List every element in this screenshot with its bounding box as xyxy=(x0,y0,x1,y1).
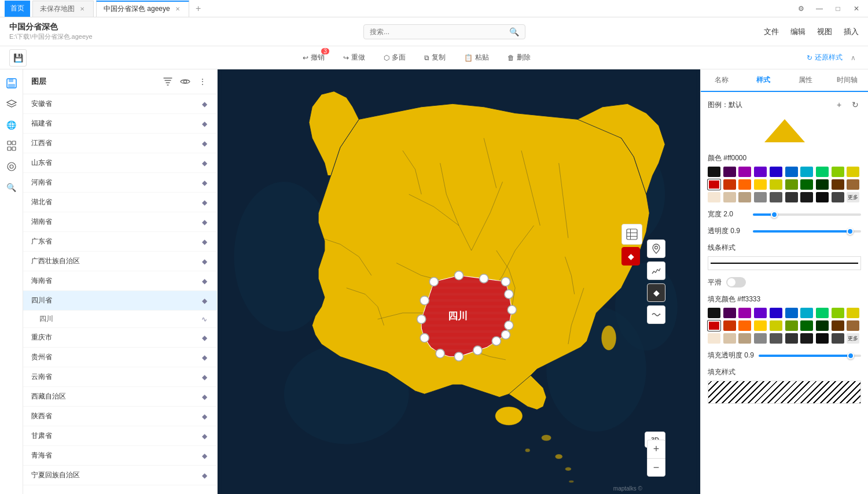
fill-color-yellow[interactable] xyxy=(847,308,859,318)
add-tab-button[interactable]: + xyxy=(192,2,205,16)
tools-sidebar-button[interactable] xyxy=(2,157,21,176)
unsaved-map-tab[interactable]: 未保存地图 ✕ xyxy=(32,1,94,17)
diamond-tool-button[interactable]: ◆ xyxy=(647,283,665,302)
color-cream[interactable] xyxy=(708,192,720,202)
fill-color-black[interactable] xyxy=(708,308,720,318)
fill-color-lime[interactable] xyxy=(832,308,844,318)
map-area[interactable]: 四川 xyxy=(218,69,700,494)
color-orange[interactable] xyxy=(738,179,751,190)
paste-button[interactable]: 📋 粘贴 xyxy=(459,50,494,65)
color-dark-green[interactable] xyxy=(800,179,813,190)
color-brown[interactable] xyxy=(832,179,844,190)
save-sidebar-button[interactable] xyxy=(2,74,21,93)
color-lime[interactable] xyxy=(832,167,844,177)
layer-item[interactable]: 西藏自治区◆ xyxy=(23,387,217,407)
layer-item[interactable]: 江西省◆ xyxy=(23,134,217,153)
save-button[interactable]: 💾 xyxy=(9,49,27,67)
layer-item[interactable]: 陕西省◆ xyxy=(23,407,217,426)
layer-item[interactable]: 湖南省◆ xyxy=(23,212,217,232)
color-teal[interactable] xyxy=(816,167,829,177)
color-dark-purple[interactable] xyxy=(723,167,736,177)
close-tab1[interactable]: ✕ xyxy=(78,5,86,13)
fill-neutral-charcoal[interactable] xyxy=(785,333,798,344)
fill-color-teal[interactable] xyxy=(816,308,829,318)
layer-item[interactable]: 宁夏回族自治区◆ xyxy=(23,466,217,485)
undo-button[interactable]: ↩ 撤销 3 xyxy=(298,50,329,65)
color-black[interactable] xyxy=(708,167,720,177)
layer-item[interactable]: 甘肃省◆ xyxy=(23,426,217,446)
active-map-tab[interactable]: 中国分省深色 ageeye ✕ xyxy=(96,1,189,17)
insert-menu[interactable]: 插入 xyxy=(844,27,859,37)
color-forest[interactable] xyxy=(816,179,829,190)
close-tab2[interactable]: ✕ xyxy=(174,5,182,13)
fill-color-olive[interactable] xyxy=(785,320,798,331)
layer-item[interactable]: 福建省◆ xyxy=(23,114,217,134)
color-olive[interactable] xyxy=(785,179,798,190)
fill-neutral-nblack[interactable] xyxy=(800,333,813,344)
fill-neutral-dgray[interactable] xyxy=(770,333,782,344)
layer-item[interactable]: 山东省◆ xyxy=(23,153,217,173)
fill-opacity-slider[interactable] xyxy=(759,355,861,357)
color-gray[interactable] xyxy=(754,192,767,202)
more-icon[interactable]: ⋮ xyxy=(196,75,209,88)
color-khaki[interactable] xyxy=(738,192,751,202)
close-button[interactable]: ✕ xyxy=(849,2,863,16)
red-marker-button[interactable]: ◆ xyxy=(621,247,640,266)
tab-style[interactable]: 样式 xyxy=(742,69,784,92)
more-colors-button[interactable]: 更多 xyxy=(847,192,859,202)
color-tan[interactable] xyxy=(847,179,859,190)
search-box[interactable]: 🔍 xyxy=(363,24,525,39)
color-yellow2[interactable] xyxy=(770,179,782,190)
fill-color-cyan[interactable] xyxy=(800,308,813,318)
view-menu[interactable]: 视图 xyxy=(817,27,832,37)
layer-item[interactable]: 云南省◆ xyxy=(23,367,217,387)
legend-add-button[interactable]: + xyxy=(833,99,845,110)
home-tab[interactable]: 首页 xyxy=(5,1,30,17)
zoom-in-button[interactable]: + xyxy=(647,440,665,458)
basemap-button[interactable] xyxy=(621,224,642,245)
fill-color-dgreen[interactable] xyxy=(800,320,813,331)
color-blue[interactable] xyxy=(785,167,798,177)
fill-neutral-cream[interactable] xyxy=(708,333,720,344)
layer-item[interactable]: 重庆市◆ xyxy=(23,328,217,348)
fill-neutral-gray[interactable] xyxy=(754,333,767,344)
tab-timeline[interactable]: 时间轴 xyxy=(826,69,868,92)
layer-item[interactable]: 广西壮族自治区◆ xyxy=(23,252,217,271)
tab-properties[interactable]: 属性 xyxy=(785,69,826,92)
layer-item[interactable]: 湖北省◆ xyxy=(23,193,217,212)
color-gray2[interactable] xyxy=(832,192,844,202)
color-almost-black[interactable] xyxy=(816,192,829,202)
settings-button[interactable]: ⚙ xyxy=(794,2,808,16)
legend-refresh-button[interactable]: ↻ xyxy=(849,99,861,110)
fill-neutral-khaki[interactable] xyxy=(738,333,751,344)
search-input[interactable] xyxy=(370,28,509,36)
fill-color-tan[interactable] xyxy=(847,320,859,331)
fill-more-colors-button[interactable]: 更多 xyxy=(847,333,859,344)
width-slider[interactable] xyxy=(753,213,861,216)
fill-color-dpurple[interactable] xyxy=(723,308,736,318)
fill-color-yellow2[interactable] xyxy=(770,320,782,331)
fill-color-dorange[interactable] xyxy=(723,320,736,331)
symbol-sidebar-button[interactable] xyxy=(2,137,21,155)
restore-style-button[interactable]: ↻ 还原样式 xyxy=(807,53,843,62)
fill-color-brown[interactable] xyxy=(832,320,844,331)
fill-color-dblue[interactable] xyxy=(770,308,782,318)
layers-sidebar-button[interactable] xyxy=(2,95,21,113)
zoom-out-button[interactable]: − xyxy=(647,458,665,477)
fill-color-forest[interactable] xyxy=(816,320,829,331)
layer-item[interactable]: 贵州省◆ xyxy=(23,348,217,367)
color-sand[interactable] xyxy=(723,192,736,202)
layer-item[interactable]: 河南省◆ xyxy=(23,173,217,193)
eye-icon[interactable] xyxy=(179,75,192,88)
fill-color-blue[interactable] xyxy=(785,308,798,318)
minimize-button[interactable]: — xyxy=(812,2,826,16)
fill-color-purple[interactable] xyxy=(738,308,751,318)
color-cyan[interactable] xyxy=(800,167,813,177)
filter-icon[interactable] xyxy=(161,75,174,88)
color-near-black[interactable] xyxy=(800,192,813,202)
delete-button[interactable]: 🗑 删除 xyxy=(503,50,535,65)
collapse-toolbar-button[interactable]: ∧ xyxy=(847,52,859,64)
layer-item[interactable]: 海南省◆ xyxy=(23,271,217,291)
redo-button[interactable]: ↪ 重做 xyxy=(339,50,370,65)
color-dark-blue[interactable] xyxy=(770,167,782,177)
